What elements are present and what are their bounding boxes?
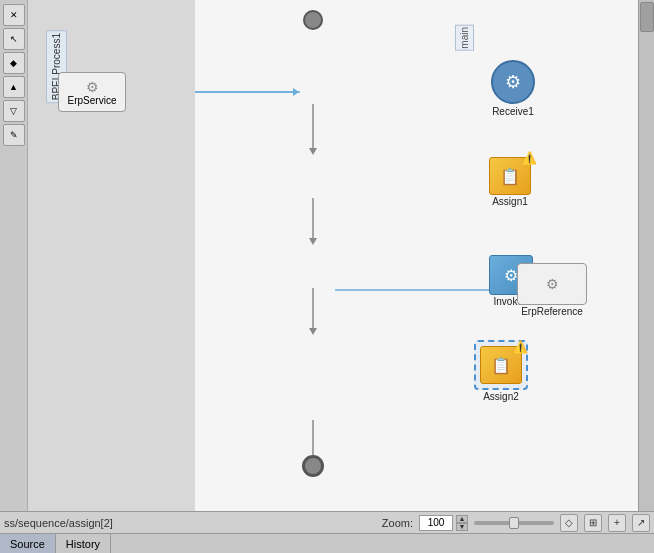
invoke1-icon: ⚙ xyxy=(504,266,518,285)
zoom-out-btn[interactable]: ↗ xyxy=(632,514,650,532)
svg-marker-11 xyxy=(293,88,299,96)
scrollbar-right[interactable] xyxy=(638,0,654,511)
zoom-slider-thumb[interactable] xyxy=(509,517,519,529)
zoom-control: ▲ ▼ xyxy=(419,515,468,531)
diamond-tool-btn[interactable]: ◆ xyxy=(3,52,25,74)
status-left: ss/sequence/assign[2] xyxy=(4,517,113,529)
up-tool-btn[interactable]: ▲ xyxy=(3,76,25,98)
select-tool-btn[interactable]: ↖ xyxy=(3,28,25,50)
erp-service-label: ErpService xyxy=(68,95,117,106)
canvas-svg xyxy=(195,0,638,511)
main-container: ✕ ↖ ◆ ▲ ▽ ✎ BPELProcess1 ⚙ ErpService xyxy=(0,0,654,553)
tab-history[interactable]: History xyxy=(56,534,111,553)
zoom-slider[interactable] xyxy=(474,521,554,525)
drawing-area: main ⚙ Receive1 📋 xyxy=(195,0,638,511)
zoom-down-btn[interactable]: ▼ xyxy=(456,523,468,531)
tab-source[interactable]: Source xyxy=(0,534,56,553)
fit-icon-btn[interactable]: ⊞ xyxy=(584,514,602,532)
erp-reference-node[interactable]: ⚙ ErpReference xyxy=(517,263,587,317)
zoom-up-btn[interactable]: ▲ xyxy=(456,515,468,523)
erp-reference-label: ErpReference xyxy=(521,306,583,317)
assign2-node[interactable]: 📋 ⚠️ Assign2 xyxy=(474,340,528,402)
scroll-thumb[interactable] xyxy=(640,2,654,32)
erp-reference-icon: ⚙ xyxy=(546,276,559,292)
receive1-node[interactable]: ⚙ Receive1 xyxy=(491,60,535,117)
status-right: Zoom: ▲ ▼ ◇ ⊞ + ↗ xyxy=(382,514,650,532)
end-node xyxy=(302,455,324,477)
close-tool-btn[interactable]: ✕ xyxy=(3,4,25,26)
assign1-icon: 📋 xyxy=(500,167,520,186)
assign1-node[interactable]: 📋 ⚠️ Assign1 xyxy=(489,157,531,207)
status-path: ss/sequence/assign[2] xyxy=(4,517,113,529)
left-toolbar: ✕ ↖ ◆ ▲ ▽ ✎ BPELProcess1 ⚙ ErpService xyxy=(0,0,195,511)
zoom-in-btn[interactable]: + xyxy=(608,514,626,532)
receive1-circle: ⚙ xyxy=(491,60,535,104)
assign2-selected-wrapper: 📋 ⚠️ xyxy=(474,340,528,390)
start-node xyxy=(303,10,323,30)
canvas-inner: ✕ ↖ ◆ ▲ ▽ ✎ BPELProcess1 ⚙ ErpService xyxy=(0,0,654,511)
canvas-area: ✕ ↖ ◆ ▲ ▽ ✎ BPELProcess1 ⚙ ErpService xyxy=(0,0,654,511)
edit-tool-btn[interactable]: ✎ xyxy=(3,124,25,146)
assign2-icon: 📋 xyxy=(491,356,511,375)
assign1-label: Assign1 xyxy=(492,196,528,207)
zoom-input[interactable] xyxy=(419,515,453,531)
status-bar: ss/sequence/assign[2] Zoom: ▲ ▼ ◇ ⊞ + ↗ xyxy=(0,511,654,533)
svg-marker-4 xyxy=(309,238,317,245)
tool-panel: ✕ ↖ ◆ ▲ ▽ ✎ xyxy=(0,0,28,511)
assign2-label: Assign2 xyxy=(483,391,519,402)
assign1-warning-icon: ⚠️ xyxy=(522,151,537,165)
down-tool-btn[interactable]: ▽ xyxy=(3,100,25,122)
zoom-spinner: ▲ ▼ xyxy=(456,515,468,531)
receive1-icon: ⚙ xyxy=(505,71,521,93)
assign2-warning-icon: ⚠️ xyxy=(513,340,528,354)
svg-marker-2 xyxy=(309,148,317,155)
diamond-icon-btn[interactable]: ◇ xyxy=(560,514,578,532)
zoom-label: Zoom: xyxy=(382,517,413,529)
receive1-label: Receive1 xyxy=(492,106,534,117)
svg-marker-6 xyxy=(309,328,317,335)
erp-service-node[interactable]: ⚙ ErpService xyxy=(58,72,126,112)
main-process-label: main xyxy=(455,25,474,51)
bottom-tabs: Source History xyxy=(0,533,654,553)
erp-service-gear-icon: ⚙ xyxy=(86,79,99,95)
side-panel: BPELProcess1 ⚙ ErpService xyxy=(28,0,195,511)
